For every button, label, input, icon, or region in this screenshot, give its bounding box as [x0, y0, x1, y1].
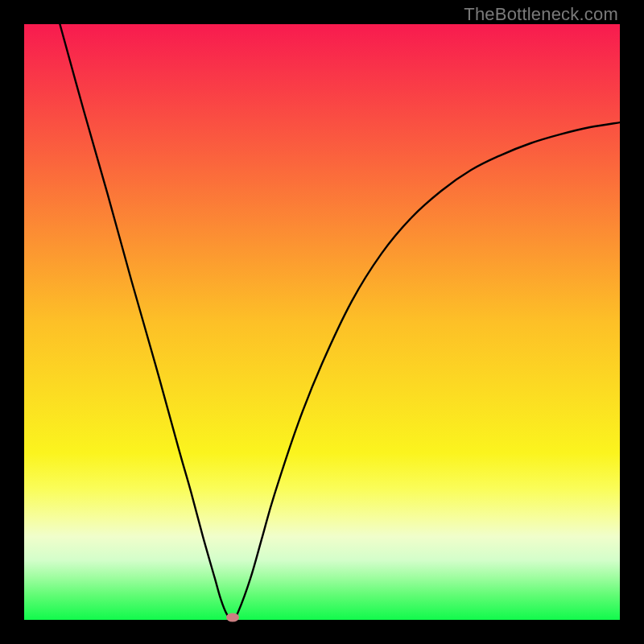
curve-line [24, 24, 620, 620]
watermark-text: TheBottleneck.com [464, 4, 618, 25]
minimum-marker [226, 613, 239, 622]
plot-area [24, 24, 620, 620]
chart-frame: TheBottleneck.com [0, 0, 644, 644]
